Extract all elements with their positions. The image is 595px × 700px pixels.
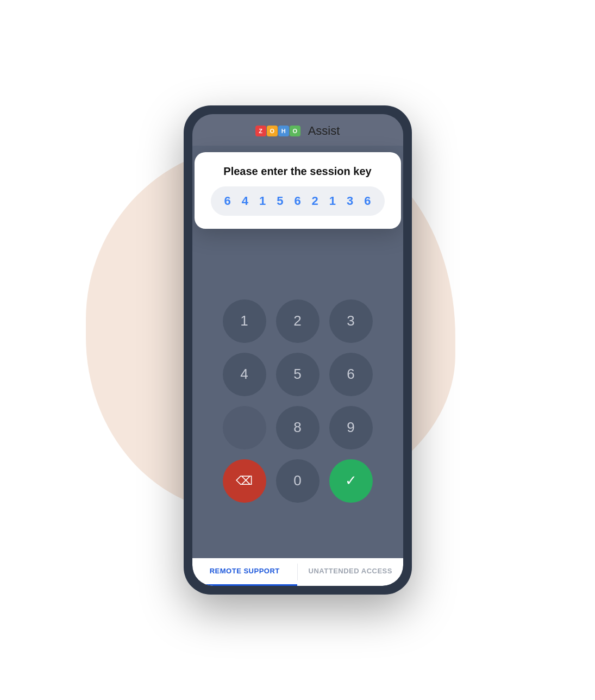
digit-6: 1 — [327, 194, 339, 208]
key-1[interactable]: 1 — [223, 299, 266, 343]
tab-remote-support[interactable]: REMOTE SUPPORT — [192, 558, 298, 586]
zoho-logo: Z O H O — [255, 126, 300, 136]
zoho-o1: O — [267, 126, 278, 136]
digit-5: 2 — [309, 194, 321, 208]
logo-area: Z O H O Assist — [255, 124, 340, 138]
key-delete[interactable]: ⌫ — [223, 459, 266, 503]
backspace-icon: ⌫ — [236, 474, 253, 488]
session-title: Please enter the session key — [211, 165, 385, 178]
digit-2: 1 — [256, 194, 268, 208]
key-2[interactable]: 2 — [276, 299, 320, 343]
key-6[interactable]: 6 — [329, 353, 373, 396]
zoho-h: H — [278, 126, 289, 136]
top-bar: Z O H O Assist — [192, 114, 403, 146]
key-4[interactable]: 4 — [223, 353, 266, 396]
key-confirm[interactable]: ✓ — [329, 459, 373, 503]
digit-3: 5 — [274, 194, 286, 208]
assist-label: Assist — [308, 124, 340, 138]
checkmark-icon: ✓ — [345, 472, 357, 489]
session-key-display: 6 4 1 5 6 2 1 3 6 — [211, 186, 385, 216]
key-3[interactable]: 3 — [329, 299, 373, 343]
digit-7: 3 — [344, 194, 356, 208]
digit-8: 6 — [361, 194, 373, 208]
digit-1: 4 — [239, 194, 251, 208]
key-7 — [223, 406, 266, 449]
key-5[interactable]: 5 — [276, 353, 320, 396]
digit-0: 6 — [222, 194, 234, 208]
digit-4: 6 — [291, 194, 303, 208]
keypad-area: 1 2 3 4 5 6 8 9 ⌫ 0 ✓ — [192, 243, 403, 558]
phone-screen: Z O H O Assist Please enter the session … — [192, 114, 403, 586]
keypad-grid: 1 2 3 4 5 6 8 9 ⌫ 0 ✓ — [223, 299, 373, 503]
bottom-nav: REMOTE SUPPORT UNATTENDED ACCESS — [192, 558, 403, 586]
tab-unattended-access[interactable]: UNATTENDED ACCESS — [298, 558, 403, 586]
scene: Z O H O Assist Please enter the session … — [53, 24, 542, 676]
session-key-card: Please enter the session key 6 4 1 5 6 2… — [195, 152, 401, 229]
key-0[interactable]: 0 — [276, 459, 320, 503]
key-8[interactable]: 8 — [276, 406, 320, 449]
zoho-o2: O — [290, 126, 300, 136]
zoho-z: Z — [255, 126, 266, 136]
key-9[interactable]: 9 — [329, 406, 373, 449]
phone-device: Z O H O Assist Please enter the session … — [184, 105, 412, 595]
